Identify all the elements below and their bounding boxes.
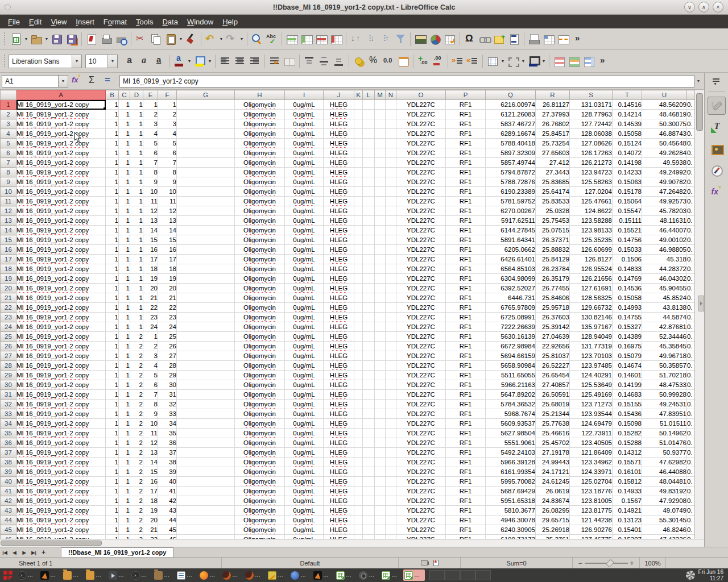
cell-D19[interactable]: 1 <box>130 274 143 284</box>
cell-O2[interactable]: YDL227C <box>396 110 446 119</box>
new-button[interactable] <box>9 31 23 47</box>
cell-O1[interactable]: YDL227C <box>396 100 446 110</box>
cell-G15[interactable] <box>177 235 235 245</box>
cell-V8[interactable]: 0. <box>687 168 695 177</box>
cell-O23[interactable]: YDL227C <box>396 313 446 322</box>
cell-I46[interactable]: 0ug/mL <box>285 535 324 539</box>
cell-Q18[interactable]: 6564.85103 <box>486 264 536 274</box>
cell-B2[interactable]: 1 <box>106 110 119 119</box>
cell-V45[interactable]: 0. <box>687 525 695 535</box>
cell-E36[interactable]: 12 <box>143 438 158 448</box>
cell-N22[interactable] <box>386 303 396 313</box>
cell-K40[interactable] <box>354 477 363 487</box>
cell-Q33[interactable]: 5968.7674 <box>486 409 536 419</box>
cell-P5[interactable]: RF1 <box>446 139 486 148</box>
font-size-dropdown[interactable]: ▼ <box>108 55 118 68</box>
cell-I36[interactable]: 0ug/mL <box>285 438 324 448</box>
cell-D46[interactable]: 2 <box>130 535 143 539</box>
cell-A46[interactable]: MI 16_0919_yor1-2 copy <box>16 535 106 539</box>
cell-A19[interactable]: MI 16_0919_yor1-2 copy <box>16 274 106 284</box>
cell-T19[interactable]: 0.14769 <box>613 274 642 284</box>
cell-G19[interactable] <box>177 274 235 284</box>
cell-S4[interactable]: 128.06038 <box>570 129 613 139</box>
cell-O41[interactable]: YDL227C <box>396 487 446 496</box>
cell-K25[interactable] <box>354 332 363 342</box>
cell-M24[interactable] <box>375 322 386 332</box>
cell-L32[interactable] <box>363 400 375 409</box>
cell-D6[interactable]: 1 <box>130 148 143 158</box>
cell-K43[interactable] <box>354 506 363 516</box>
cell-F35[interactable]: 35 <box>158 429 177 438</box>
sort-descending-button[interactable] <box>378 31 393 47</box>
column-header-Q[interactable]: Q <box>486 90 536 100</box>
column-header-U[interactable]: U <box>642 90 687 100</box>
cell-T26[interactable]: 0.16975 <box>613 342 642 351</box>
cell-F45[interactable]: 45 <box>158 525 177 535</box>
cell-B26[interactable]: 1 <box>106 342 119 351</box>
cell-S40[interactable]: 125.02704 <box>570 477 613 487</box>
cell-S26[interactable]: 131.77319 <box>570 342 613 351</box>
cell-M18[interactable] <box>375 264 386 274</box>
cell-K5[interactable] <box>354 139 363 148</box>
cell-M35[interactable] <box>375 429 386 438</box>
workspace-4[interactable] <box>475 570 491 580</box>
cell-H42[interactable]: Oligomycin <box>235 496 285 506</box>
cell-L22[interactable] <box>363 303 375 313</box>
cell-R21[interactable]: 25.84606 <box>536 293 570 303</box>
cell-P33[interactable]: RF1 <box>446 409 486 419</box>
row-header-32[interactable]: 32 <box>1 400 16 409</box>
cell-H32[interactable]: Oligomycin <box>235 400 285 409</box>
cell-V12[interactable]: 0. <box>687 206 695 216</box>
cell-T42[interactable]: 0.1567 <box>613 496 642 506</box>
cell-P20[interactable]: RF1 <box>446 284 486 293</box>
cell-J20[interactable]: HLEG <box>324 284 354 293</box>
function-wizard-button[interactable] <box>69 74 84 88</box>
cell-R18[interactable]: 26.23784 <box>536 264 570 274</box>
cell-V6[interactable]: 0. <box>687 148 695 158</box>
cell-E12[interactable]: 12 <box>143 206 158 216</box>
cell-I6[interactable]: 0ug/mL <box>285 148 324 158</box>
highlight-color-dropdown[interactable]: ▼ <box>207 53 213 69</box>
cell-P41[interactable]: RF1 <box>446 487 486 496</box>
cell-H20[interactable]: Oligomycin <box>235 284 285 293</box>
cell-L16[interactable] <box>363 245 375 255</box>
cell-U46[interactable]: 47.43226 <box>642 535 687 539</box>
cell-J41[interactable]: HLEG <box>324 487 354 496</box>
cell-L8[interactable] <box>363 168 375 177</box>
cell-F26[interactable]: 26 <box>158 342 177 351</box>
name-box[interactable]: A1 <box>2 75 59 88</box>
border-color-button[interactable] <box>526 53 541 69</box>
cell-V28[interactable]: 0. <box>687 361 695 371</box>
cell-A38[interactable]: MI 16_0919_yor1-2 copy <box>16 458 106 467</box>
cell-E44[interactable]: 20 <box>143 516 158 525</box>
cell-C35[interactable]: 1 <box>119 429 130 438</box>
cell-V43[interactable]: 0. <box>687 506 695 516</box>
cell-R32[interactable]: 25.68019 <box>536 400 570 409</box>
cell-V21[interactable]: 0. <box>687 293 695 303</box>
cell-U19[interactable]: 46.04302 <box>642 274 687 284</box>
cell-N35[interactable] <box>386 429 396 438</box>
center-vertically-button[interactable] <box>317 53 332 69</box>
cell-A22[interactable]: MI 16_0919_yor1-2 copy <box>16 303 106 313</box>
cell-N27[interactable] <box>386 351 396 361</box>
cell-D42[interactable]: 2 <box>130 496 143 506</box>
find-replace-button[interactable] <box>250 31 264 47</box>
row-header-30[interactable]: 30 <box>1 380 16 390</box>
cell-M17[interactable] <box>375 255 386 264</box>
align-top-button[interactable] <box>302 53 317 69</box>
cell-O30[interactable]: YDL227C <box>396 380 446 390</box>
cell-Q26[interactable]: 6672.98984 <box>486 342 536 351</box>
row-header-20[interactable]: 20 <box>1 284 16 293</box>
cell-N3[interactable] <box>386 119 396 129</box>
cell-L37[interactable] <box>363 448 375 458</box>
cell-V42[interactable]: 0. <box>687 496 695 506</box>
cell-G12[interactable] <box>177 206 235 216</box>
cell-C13[interactable]: 1 <box>119 216 130 226</box>
cell-P28[interactable]: RF1 <box>446 361 486 371</box>
cell-C20[interactable]: 1 <box>119 284 130 293</box>
hyperlink-button[interactable] <box>477 31 492 47</box>
cell-Q35[interactable]: 5627.98504 <box>486 429 536 438</box>
cell-V10[interactable]: 0. <box>687 187 695 197</box>
cell-S6[interactable]: 126.17263 <box>570 148 613 158</box>
cell-F10[interactable]: 10 <box>158 187 177 197</box>
